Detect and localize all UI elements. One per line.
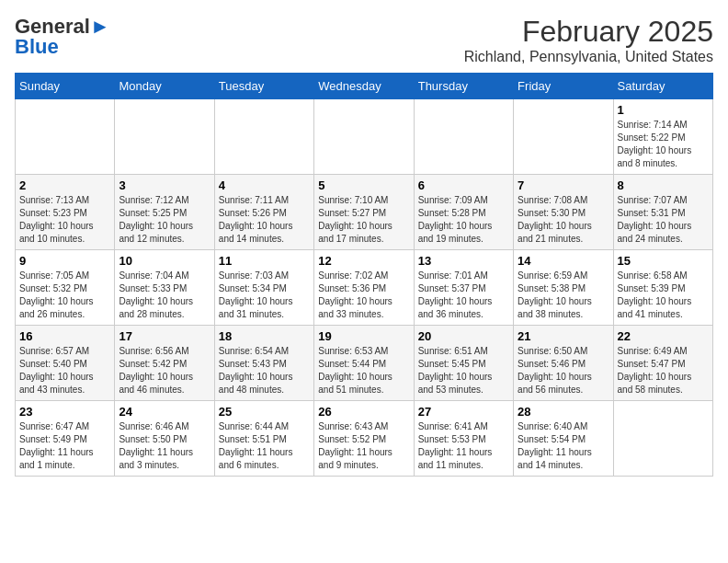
day-number: 6 [418,178,509,192]
calendar-week-row: 23Sunrise: 6:47 AM Sunset: 5:49 PM Dayli… [16,401,713,477]
day-number: 26 [318,405,409,419]
day-info: Sunrise: 7:13 AM Sunset: 5:23 PM Dayligh… [19,194,110,246]
day-info: Sunrise: 6:53 AM Sunset: 5:44 PM Dayligh… [318,345,409,396]
calendar-week-row: 1Sunrise: 7:14 AM Sunset: 5:22 PM Daylig… [16,99,713,175]
logo-subtext: Blue [15,35,59,59]
day-of-week-header: Saturday [613,74,712,99]
calendar-day-cell: 18Sunrise: 6:54 AM Sunset: 5:43 PM Dayli… [214,326,313,401]
day-number: 8 [618,178,709,192]
day-number: 14 [518,254,609,268]
day-info: Sunrise: 6:47 AM Sunset: 5:49 PM Dayligh… [19,420,110,472]
calendar-day-cell: 28Sunrise: 6:40 AM Sunset: 5:54 PM Dayli… [514,401,613,477]
calendar-day-cell: 25Sunrise: 6:44 AM Sunset: 5:51 PM Dayli… [214,401,313,477]
day-number: 10 [119,254,210,268]
calendar-day-cell: 5Sunrise: 7:10 AM Sunset: 5:27 PM Daylig… [314,175,414,250]
day-number: 22 [618,329,709,343]
day-info: Sunrise: 7:01 AM Sunset: 5:37 PM Dayligh… [418,270,509,321]
day-info: Sunrise: 7:11 AM Sunset: 5:26 PM Dayligh… [219,194,310,246]
day-number: 1 [618,103,709,117]
calendar-day-cell: 27Sunrise: 6:41 AM Sunset: 5:53 PM Dayli… [414,401,513,477]
calendar-day-cell [414,99,513,175]
day-number: 23 [19,405,110,419]
day-number: 4 [219,178,310,192]
calendar-week-row: 2Sunrise: 7:13 AM Sunset: 5:23 PM Daylig… [16,175,713,250]
calendar-day-cell: 14Sunrise: 6:59 AM Sunset: 5:38 PM Dayli… [514,250,613,326]
calendar-day-cell: 20Sunrise: 6:51 AM Sunset: 5:45 PM Dayli… [414,326,513,401]
day-info: Sunrise: 7:09 AM Sunset: 5:28 PM Dayligh… [418,194,509,246]
calendar-week-row: 9Sunrise: 7:05 AM Sunset: 5:32 PM Daylig… [16,250,713,326]
day-of-week-header: Friday [514,74,613,99]
title-block: February 2025 Richland, Pennsylvania, Un… [464,15,713,65]
calendar-day-cell [115,99,214,175]
calendar-day-cell [613,401,712,477]
day-number: 11 [219,254,310,268]
day-info: Sunrise: 6:54 AM Sunset: 5:43 PM Dayligh… [219,345,310,396]
calendar-day-cell: 26Sunrise: 6:43 AM Sunset: 5:52 PM Dayli… [314,401,414,477]
day-number: 15 [618,254,709,268]
day-info: Sunrise: 6:41 AM Sunset: 5:53 PM Dayligh… [418,420,509,472]
calendar-day-cell: 3Sunrise: 7:12 AM Sunset: 5:25 PM Daylig… [115,175,214,250]
day-number: 16 [19,329,110,343]
calendar-day-cell: 7Sunrise: 7:08 AM Sunset: 5:30 PM Daylig… [514,175,613,250]
calendar-day-cell [16,99,115,175]
calendar-header: SundayMondayTuesdayWednesdayThursdayFrid… [16,74,713,99]
day-number: 5 [318,178,409,192]
day-number: 25 [219,405,310,419]
day-info: Sunrise: 6:50 AM Sunset: 5:46 PM Dayligh… [518,345,609,396]
day-number: 20 [418,329,509,343]
day-number: 27 [418,405,509,419]
logo: General► Blue [15,15,110,59]
day-number: 2 [19,178,110,192]
calendar-day-cell: 11Sunrise: 7:03 AM Sunset: 5:34 PM Dayli… [214,250,313,326]
day-info: Sunrise: 7:10 AM Sunset: 5:27 PM Dayligh… [318,194,409,246]
calendar-day-cell: 12Sunrise: 7:02 AM Sunset: 5:36 PM Dayli… [314,250,414,326]
day-number: 21 [518,329,609,343]
day-number: 28 [518,405,609,419]
day-info: Sunrise: 7:03 AM Sunset: 5:34 PM Dayligh… [219,270,310,321]
day-info: Sunrise: 7:14 AM Sunset: 5:22 PM Dayligh… [618,119,709,170]
day-of-week-header: Monday [115,74,214,99]
day-number: 13 [418,254,509,268]
day-number: 7 [518,178,609,192]
day-of-week-header: Wednesday [314,74,414,99]
calendar-day-cell: 21Sunrise: 6:50 AM Sunset: 5:46 PM Dayli… [514,326,613,401]
day-number: 24 [119,405,210,419]
calendar-title: February 2025 [464,15,713,49]
calendar-day-cell: 2Sunrise: 7:13 AM Sunset: 5:23 PM Daylig… [16,175,115,250]
calendar-week-row: 16Sunrise: 6:57 AM Sunset: 5:40 PM Dayli… [16,326,713,401]
calendar-subtitle: Richland, Pennsylvania, United States [464,49,713,65]
calendar-day-cell [514,99,613,175]
calendar-body: 1Sunrise: 7:14 AM Sunset: 5:22 PM Daylig… [16,99,713,477]
day-number: 19 [318,329,409,343]
day-info: Sunrise: 7:04 AM Sunset: 5:33 PM Dayligh… [119,270,210,321]
calendar-day-cell: 6Sunrise: 7:09 AM Sunset: 5:28 PM Daylig… [414,175,513,250]
day-of-week-header: Thursday [414,74,513,99]
day-number: 12 [318,254,409,268]
calendar-table: SundayMondayTuesdayWednesdayThursdayFrid… [15,73,713,477]
day-info: Sunrise: 6:46 AM Sunset: 5:50 PM Dayligh… [119,420,210,472]
calendar-day-cell: 24Sunrise: 6:46 AM Sunset: 5:50 PM Dayli… [115,401,214,477]
day-info: Sunrise: 7:07 AM Sunset: 5:31 PM Dayligh… [618,194,709,246]
day-info: Sunrise: 6:58 AM Sunset: 5:39 PM Dayligh… [618,270,709,321]
day-info: Sunrise: 6:57 AM Sunset: 5:40 PM Dayligh… [19,345,110,396]
calendar-day-cell: 10Sunrise: 7:04 AM Sunset: 5:33 PM Dayli… [115,250,214,326]
calendar-day-cell: 22Sunrise: 6:49 AM Sunset: 5:47 PM Dayli… [613,326,712,401]
day-info: Sunrise: 6:51 AM Sunset: 5:45 PM Dayligh… [418,345,509,396]
day-info: Sunrise: 6:40 AM Sunset: 5:54 PM Dayligh… [518,420,609,472]
calendar-day-cell: 15Sunrise: 6:58 AM Sunset: 5:39 PM Dayli… [613,250,712,326]
day-info: Sunrise: 7:12 AM Sunset: 5:25 PM Dayligh… [119,194,210,246]
calendar-day-cell: 13Sunrise: 7:01 AM Sunset: 5:37 PM Dayli… [414,250,513,326]
calendar-day-cell [314,99,414,175]
day-info: Sunrise: 7:05 AM Sunset: 5:32 PM Dayligh… [19,270,110,321]
calendar-day-cell: 17Sunrise: 6:56 AM Sunset: 5:42 PM Dayli… [115,326,214,401]
day-info: Sunrise: 6:43 AM Sunset: 5:52 PM Dayligh… [318,420,409,472]
day-number: 17 [119,329,210,343]
day-info: Sunrise: 6:44 AM Sunset: 5:51 PM Dayligh… [219,420,310,472]
page-header: General► Blue February 2025 Richland, Pe… [15,15,713,65]
day-number: 3 [119,178,210,192]
calendar-day-cell: 23Sunrise: 6:47 AM Sunset: 5:49 PM Dayli… [16,401,115,477]
calendar-day-cell: 8Sunrise: 7:07 AM Sunset: 5:31 PM Daylig… [613,175,712,250]
day-info: Sunrise: 7:02 AM Sunset: 5:36 PM Dayligh… [318,270,409,321]
day-number: 9 [19,254,110,268]
day-number: 18 [219,329,310,343]
